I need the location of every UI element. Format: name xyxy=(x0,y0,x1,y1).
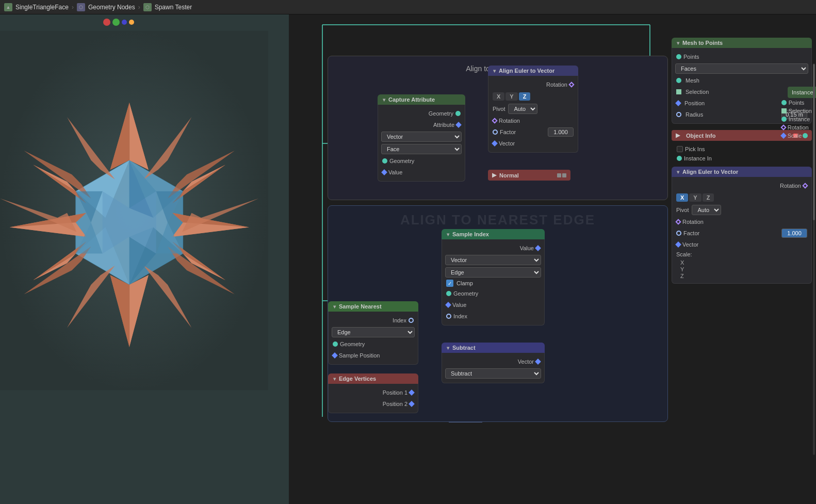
ae2-z-button[interactable]: Z xyxy=(703,193,714,202)
rp-rot-socket[interactable] xyxy=(780,124,786,130)
mesh-pts-radius-socket[interactable] xyxy=(676,112,681,117)
z-button[interactable]: Z xyxy=(519,92,531,101)
mesh-pts-faces-dropdown[interactable]: Faces xyxy=(675,63,808,74)
sample-idx-val-socket[interactable] xyxy=(535,245,541,251)
mesh-pts-pos-socket[interactable] xyxy=(675,100,681,106)
pivot-select[interactable]: Auto xyxy=(508,104,537,114)
subtract-dropdown[interactable]: Subtract xyxy=(445,368,541,379)
subtract-vec-row: Vector xyxy=(442,356,544,367)
sample-nearest-index-socket[interactable] xyxy=(409,318,414,323)
subtract-vec-socket[interactable] xyxy=(535,359,541,364)
align-euler-header[interactable]: ▾ Align Euler to Vector xyxy=(488,66,578,76)
mesh-pts-points-socket[interactable] xyxy=(676,54,681,59)
clamp-checkbox[interactable]: ✓ xyxy=(446,280,453,287)
node-align-euler-face[interactable]: ▾ Align Euler to Vector Rotation X Y Z xyxy=(488,66,578,153)
normal-header[interactable]: ▶ Normal xyxy=(488,170,570,181)
sample-nearest-pos-socket[interactable] xyxy=(332,352,337,358)
normal-dot1 xyxy=(557,173,561,177)
edge-pos1-row: Position 1 xyxy=(329,387,418,398)
sample-idx-clamp-row[interactable]: ✓ Clamp xyxy=(442,279,544,288)
y-button[interactable]: Y xyxy=(505,92,517,101)
rp-points-socket[interactable] xyxy=(781,100,787,105)
obj-info-collapse[interactable]: ▶ xyxy=(676,132,680,139)
sample-idx-geo-out: Geometry xyxy=(442,288,544,299)
mesh-pts-sel-socket[interactable] xyxy=(676,89,681,94)
align-vec-socket[interactable] xyxy=(492,140,497,146)
rp-inst-socket[interactable] xyxy=(781,117,787,122)
right-socket-labels: Points Selection Instance Rotation Scale xyxy=(781,100,812,139)
capture-geo-socket-out[interactable] xyxy=(455,111,461,116)
breadcrumb: ▲ SingleTriangleFace › ⬡ Geometry Nodes … xyxy=(4,3,192,11)
edge-verts-body: Position 1 Position 2 xyxy=(328,384,418,413)
node-editor[interactable]: Align to face normal ▾ Capture Attribute… xyxy=(289,14,816,504)
edge-verts-header[interactable]: ▾ Edge Vertices xyxy=(328,373,418,384)
normal-collapse[interactable]: ▶ xyxy=(492,172,496,178)
sample-idx-vec-dropdown[interactable]: Vector xyxy=(445,255,541,265)
node-instance-partial[interactable]: Instance xyxy=(788,87,816,98)
ae2-factor-val[interactable]: 1.000 xyxy=(781,229,807,238)
node-edge-vertices[interactable]: ▾ Edge Vertices Position 1 Position 2 xyxy=(328,373,418,413)
breadcrumb-item-1[interactable]: SingleTriangleFace xyxy=(15,4,69,11)
subtract-header[interactable]: ▾ Subtract xyxy=(442,343,545,353)
ae2-factor-socket[interactable] xyxy=(676,231,681,236)
sample-idx-val-out-socket[interactable] xyxy=(445,302,451,307)
align-rot-out[interactable] xyxy=(568,82,574,87)
edge-pos2-socket[interactable] xyxy=(409,401,414,407)
capture-geo-row: Geometry xyxy=(378,108,465,119)
sample-idx-edge-dropdown[interactable]: Edge xyxy=(445,267,541,278)
edge-pos1-socket[interactable] xyxy=(409,389,414,395)
instance-partial-label: Instance xyxy=(792,89,813,95)
sample-nearest-edge-dropdown[interactable]: Edge xyxy=(332,327,415,337)
rp-scale-socket[interactable] xyxy=(780,133,786,138)
rp-sel-socket[interactable] xyxy=(781,108,787,113)
breadcrumb-item-3[interactable]: Spawn Tester xyxy=(155,4,192,11)
scrollbar-vertical[interactable] xyxy=(813,63,815,455)
ae2-y-button[interactable]: Y xyxy=(689,193,701,202)
node-align-euler2[interactable]: ▾ Align Euler to Vector Rotation X Y Z xyxy=(672,167,812,284)
node-normal[interactable]: ▶ Normal xyxy=(488,170,570,181)
capture-vec-dropdown[interactable]: Vector xyxy=(381,132,462,142)
instance-check-socket[interactable] xyxy=(677,146,683,152)
mesh-pts-header[interactable]: ▾ Mesh to Points xyxy=(672,38,812,48)
ae2-x-button[interactable]: X xyxy=(676,193,688,202)
node-capture-header[interactable]: ▾ Capture Attribute xyxy=(378,94,465,105)
sample-idx-header[interactable]: ▾ Sample Index xyxy=(442,229,545,239)
mesh-pts-mesh-socket[interactable] xyxy=(676,78,681,83)
ae2-factor-row: Factor 1.000 xyxy=(672,227,811,239)
sample-nearest-geo-socket[interactable] xyxy=(333,342,338,347)
rp-points-label: Points xyxy=(789,100,805,106)
ae2-factor-label: Factor xyxy=(683,230,779,236)
factor-value[interactable]: 1.000 xyxy=(548,127,574,137)
ae2-rot-in-socket[interactable] xyxy=(675,219,681,224)
capture-face-dropdown[interactable]: Face xyxy=(381,144,462,154)
ae2-vec-socket[interactable] xyxy=(675,241,681,247)
instance-in-socket[interactable] xyxy=(677,156,682,161)
breadcrumb-item-2[interactable]: Geometry Nodes xyxy=(88,4,135,11)
node-sample-nearest[interactable]: ▾ Sample Nearest Index Edge Geometry xyxy=(328,301,418,365)
ae2-pivot-select[interactable]: Auto xyxy=(692,205,721,215)
x-button[interactable]: X xyxy=(493,92,504,101)
sample-idx-index-socket[interactable] xyxy=(446,314,451,319)
align-rot-row: Rotation xyxy=(488,79,578,90)
align-euler2-header[interactable]: ▾ Align Euler to Vector xyxy=(672,167,812,177)
ae2-rot-row: Rotation xyxy=(672,180,811,191)
sample-idx-geo[interactable] xyxy=(446,291,451,296)
align-euler-title: Align Euler to Vector xyxy=(499,68,554,74)
align-rot-in[interactable] xyxy=(492,118,497,123)
capture-geo-out[interactable] xyxy=(382,158,387,164)
capture-val-socket[interactable] xyxy=(381,169,387,175)
ae2-rot-socket[interactable] xyxy=(802,183,808,188)
sample-idx-val-out: Value xyxy=(442,299,544,311)
sample-nearest-header[interactable]: ▾ Sample Nearest xyxy=(328,301,418,312)
factor-socket[interactable] xyxy=(493,129,498,135)
normal-dot2 xyxy=(562,173,566,177)
obj-info-title: Object Info xyxy=(686,133,715,139)
sample-idx-title: Sample Index xyxy=(452,231,489,237)
capture-attr-socket[interactable] xyxy=(455,122,461,127)
node-capture-attribute[interactable]: ▾ Capture Attribute Geometry Attribute V… xyxy=(378,94,465,182)
subtract-vec-label: Vector xyxy=(446,359,534,365)
node-sample-index[interactable]: ▾ Sample Index Value Vector Edge ✓ xyxy=(442,229,545,326)
viewport[interactable] xyxy=(0,14,289,504)
scrollbar-thumb[interactable] xyxy=(813,64,815,221)
node-subtract[interactable]: ▾ Subtract Vector Subtract xyxy=(442,343,545,383)
